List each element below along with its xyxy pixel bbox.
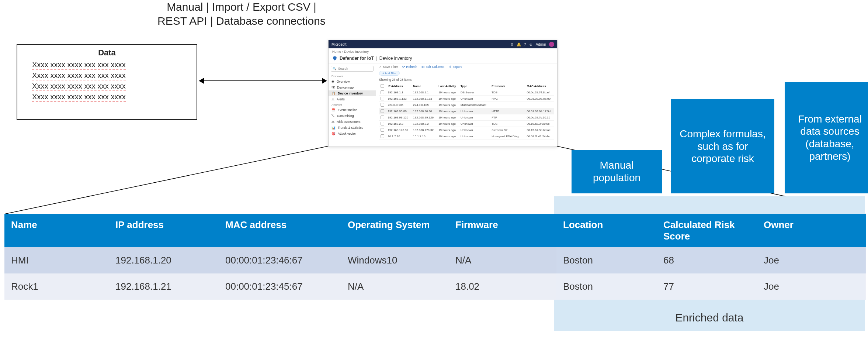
column-header[interactable]: Name [412,83,437,89]
cell: Unknown [459,127,490,133]
sidebar-item-overview[interactable]: ◉Overview [329,79,376,85]
row-checkbox[interactable] [379,102,386,108]
cell: 192.168.1.1 [412,89,437,96]
cell-mac: 00:00:01:23:46:67 [219,247,341,273]
sidebar-item-device-map[interactable]: 🗺Device map [329,85,376,90]
cell-risk: 68 [657,247,757,273]
cell: 19 hours ago [437,127,459,133]
sidebar-item-device-inventory[interactable]: 📋Device inventory [329,90,376,96]
breadcrumb: Home › Device Inventory [329,48,557,55]
row-checkbox[interactable] [379,121,386,127]
cell: 00.03.02.03.55.00 [525,96,554,102]
checkbox-icon[interactable] [381,97,384,100]
table-row[interactable]: 192.168.99.126192.168.99.12619 hours ago… [379,114,554,121]
checkbox-icon[interactable] [381,128,384,132]
search-input[interactable]: 🔍 Search [331,66,374,72]
cell: 00.0c.29.74.8b.ef [525,89,554,96]
sidebar-item-risk-assessment[interactable]: ⚖Risk assessment [329,119,376,125]
cell: 192.168.99.126 [412,114,437,121]
item-count: Showing 23 of 23 items [379,78,554,82]
column-header[interactable]: Type [459,83,490,89]
data-source-box: Data Xxxx xxxx xxxx xxx xxx xxxx Xxxx xx… [17,44,197,120]
checkbox-icon[interactable] [381,134,384,138]
cell: 192.168.2.2 [412,121,437,127]
avatar-icon[interactable] [549,42,554,47]
row-checkbox[interactable] [379,127,386,133]
checkbox-icon[interactable] [381,109,384,113]
cell: 00.0c.29.7c.10.15 [525,114,554,121]
cell: Honeywell FDA Diag... [490,133,525,140]
search-icon: 🔍 [333,67,337,70]
table-row[interactable]: 192.168.1.133192.168.1.13319 hours agoUn… [379,96,554,102]
checkbox-icon[interactable] [381,122,384,125]
app-brand: Microsoft [331,42,347,46]
row-checkbox[interactable] [379,133,386,140]
sidebar-item-label: Event timeline [338,108,357,112]
column-header[interactable]: IP Address [386,83,412,89]
vector-icon: 🎯 [331,132,336,135]
cell-ip: 192.168.1.21 [109,273,219,300]
edit-columns-button[interactable]: ▥ Edit Columns [421,65,444,69]
column-header-name: Name [4,214,109,247]
cell: 224.0.0.105 [386,102,412,108]
table-row[interactable]: 192.168.1.1192.168.1.119 hours agoDB Ser… [379,89,554,96]
device-inventory-mini-table: IP AddressNameLast ActivityTypeProtocols… [379,83,554,140]
callout-manual-population: Manual population [572,150,662,193]
cell: 192.168.178.32 [386,127,412,133]
checkbox-icon[interactable] [381,84,384,88]
sidebar-item-trends[interactable]: 📊Trends & statistics [329,125,376,131]
defender-app-window: Microsoft ⚙ 🔔 ? ☺ Admin Home › Device In… [328,40,558,147]
row-checkbox[interactable] [379,89,386,96]
cell: 00.08.f8.41.24.4e [525,133,554,140]
alert-icon: ⚠ [331,97,334,101]
row-checkbox[interactable] [379,108,386,114]
row-checkbox[interactable] [379,96,386,102]
cell-owner: Joe [757,247,866,273]
column-header[interactable]: Last Activity [437,83,459,89]
feedback-icon[interactable]: ☺ [529,42,532,46]
checkbox-icon[interactable] [381,90,384,94]
cell: 00:01:03:04:17:5d [525,108,554,114]
cell: DB Server [459,89,490,96]
table-row[interactable]: 224.0.0.105224.0.0.10519 hours agoMultic… [379,102,554,108]
column-header[interactable]: Protocols [490,83,525,89]
export-button[interactable]: ⇧ Export [449,65,462,69]
map-icon: 🗺 [331,86,335,89]
add-filter-pill[interactable]: + Add filter [379,71,400,76]
refresh-button[interactable]: ⟳ Refresh [402,65,417,69]
sidebar-item-label: Attack vector [338,132,356,135]
help-icon[interactable]: ? [524,42,526,46]
save-filter-button[interactable]: ✓ Save Filter [379,65,398,69]
column-header[interactable]: MAC Address [525,83,554,89]
top-annotation: Manual | Import / Export CSV | REST API … [147,0,336,28]
cell: 192.168.1.133 [412,96,437,102]
app-titlebar: Microsoft ⚙ 🔔 ? ☺ Admin [329,40,557,48]
cell: 192.168.1.133 [386,96,412,102]
checkbox-icon[interactable] [381,116,384,119]
cell: Siemens S7 [490,127,525,133]
sidebar-item-alerts[interactable]: ⚠Alerts [329,96,376,102]
bell-icon[interactable]: 🔔 [517,42,521,46]
arrow-head-left-icon [199,78,204,84]
table-row[interactable]: 192.168.2.2192.168.2.219 hours agoUnknow… [379,121,554,127]
sidebar-item-label: Data mining [337,114,354,118]
gear-icon[interactable]: ⚙ [510,42,514,46]
risk-icon: ⚖ [331,120,334,124]
sidebar-item-attack-vector[interactable]: 🎯Attack vector [329,131,376,137]
checkbox-icon[interactable] [381,103,384,107]
row-checkbox[interactable] [379,114,386,121]
cell: FTP [490,114,525,121]
sidebar-section-analyze: Analyze [329,102,376,107]
cell [490,102,525,108]
table-row[interactable]: 10.1.7.1010.1.7.1019 hours agoUnknownHon… [379,133,554,140]
sidebar-item-label: Risk assessment [337,120,360,124]
cell: 10.1.7.10 [412,133,437,140]
cell: 00.10.a8.3f.20.0c [525,121,554,127]
app-main: ✓ Save Filter ⟳ Refresh ▥ Edit Columns ⇧… [376,63,557,147]
table-row[interactable]: 192.168.90.80192.168.90.8019 hours agoUn… [379,108,554,114]
app-sidebar: 🔍 Search Discover ◉Overview 🗺Device map … [329,63,376,147]
cell [525,102,554,108]
table-row[interactable]: 192.168.178.32192.168.178.3219 hours ago… [379,127,554,133]
sidebar-item-event-timeline[interactable]: 📅Event timeline [329,107,376,113]
sidebar-item-data-mining[interactable]: ⛏Data mining [329,113,376,119]
